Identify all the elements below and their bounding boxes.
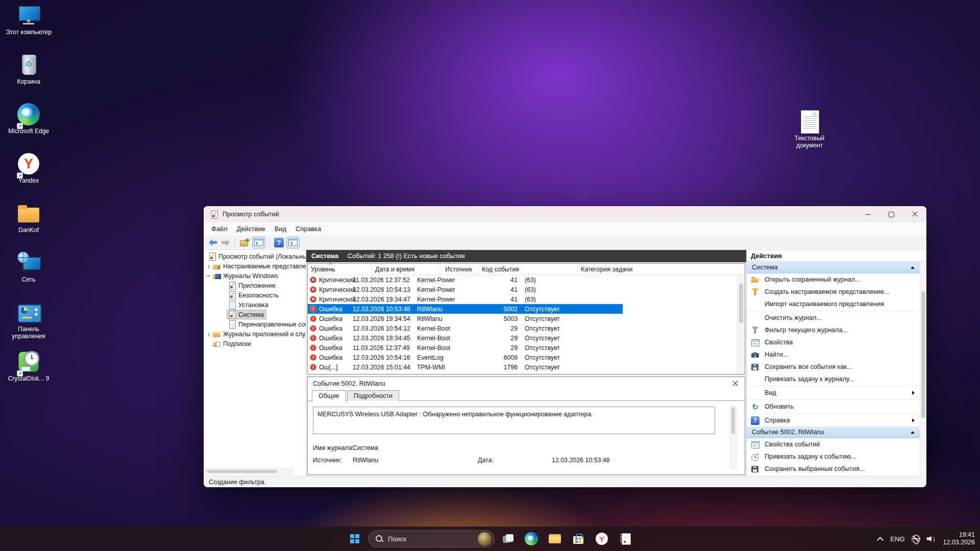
tree-item-custom-views[interactable]: Настраиваемые представления — [204, 261, 306, 271]
action-item[interactable] — [747, 385, 920, 387]
tree-horizontal-scrollbar[interactable] — [205, 468, 293, 474]
event-row[interactable]: Ошибка 12.03.2026 10:53:48 RtlWlanu 5002… — [308, 304, 623, 314]
action-item[interactable] — [747, 399, 920, 400]
this-pc-icon[interactable]: Этот компьютер — [3, 3, 54, 53]
event-viewer-taskbar-icon[interactable] — [615, 529, 635, 549]
action-item[interactable] — [747, 413, 920, 414]
back-icon[interactable] — [208, 237, 218, 247]
action-attach-task-to-log[interactable]: Привязать задачу к журналу... — [747, 373, 920, 385]
event-row[interactable]: Ошибка 12.03.2026 10:54:16 EventLog 6008… — [308, 353, 623, 362]
action-help[interactable]: Справка — [747, 414, 920, 427]
event-row[interactable]: Ошибка 12.03.2026 10:54:12 Kernel-Boot 2… — [308, 323, 623, 333]
tree-expander-icon[interactable] — [206, 331, 211, 337]
event-list-scrollbar[interactable] — [737, 275, 745, 374]
event-row[interactable]: Критический 11.03.2026 12:37:52 Kernel-P… — [308, 275, 623, 285]
tree-root[interactable]: Просмотр событий (Локальный) — [204, 252, 306, 261]
volume-icon[interactable] — [926, 535, 936, 543]
tree-item-app-service-logs[interactable]: Журналы приложений и служб — [204, 329, 306, 339]
tree-item-subscriptions[interactable]: Подписки — [204, 339, 306, 348]
microsoft-edge-icon[interactable]: Microsoft Edge — [3, 102, 54, 152]
menu-item[interactable]: Справка — [291, 225, 326, 233]
action-import-custom-view[interactable]: Импорт настраиваемого представления — [747, 298, 920, 310]
column-header[interactable]: Дата и время — [372, 264, 441, 274]
action-find[interactable]: Найти... — [747, 348, 920, 361]
column-header[interactable]: Код события — [479, 264, 578, 274]
export-icon[interactable] — [239, 237, 250, 247]
preview-close-icon[interactable] — [732, 380, 739, 387]
column-header[interactable]: Категория задачи — [578, 264, 633, 274]
action-pane-toggle-icon[interactable] — [286, 237, 300, 248]
maximize-button[interactable] — [879, 206, 903, 222]
menu-item[interactable]: Вид — [270, 225, 291, 233]
text-document-icon[interactable]: Текстовый документ — [780, 109, 839, 159]
action-filter-current-log[interactable]: Фильтр текущего журнала... — [747, 324, 920, 336]
action-attach-task-to-event[interactable]: Привязать задачу к событию... — [747, 450, 920, 463]
event-count: Событий: 1 258 (!) Есть новые события — [348, 253, 465, 260]
tree-expander-icon[interactable] — [206, 273, 211, 279]
microsoft-store-icon[interactable] — [568, 529, 589, 549]
edge-icon[interactable] — [521, 529, 542, 549]
action-event-properties[interactable]: Свойства событий — [747, 438, 920, 450]
actions-group-header[interactable]: Событие 5002, RtlWlanu — [747, 427, 920, 438]
menu-item[interactable]: Файл — [207, 225, 232, 233]
console-tree-toggle-icon[interactable] — [252, 237, 265, 248]
action-refresh[interactable]: Обновить — [747, 400, 920, 413]
event-row[interactable]: Ошибка 12.03.2026 19:34:45 Kernel-Boot 2… — [308, 333, 623, 343]
start-icon[interactable] — [345, 529, 365, 549]
yandex-icon[interactable]: Yandex — [3, 152, 54, 201]
hidden-icons-chevron[interactable] — [877, 536, 883, 542]
window-titlebar[interactable]: Просмотр событий — [204, 206, 926, 222]
language-indicator[interactable]: ENG — [890, 535, 904, 543]
action-view[interactable]: Вид — [747, 387, 920, 399]
tree-item-system[interactable]: Система — [204, 310, 306, 319]
tree-expander-icon[interactable] — [206, 263, 211, 269]
tree-item-security[interactable]: Безопасность — [204, 290, 306, 300]
tree-item-windows-logs[interactable]: Журналы Windows — [204, 271, 306, 281]
collapse-icon[interactable] — [911, 266, 915, 269]
column-header[interactable]: Уровень — [308, 264, 372, 274]
event-row[interactable]: Ош[...] 12.03.2026 15:01:44 TPM-WMI 1796… — [308, 362, 623, 372]
action-save-selected-events[interactable]: Сохранить выбранные события... — [747, 463, 920, 475]
control-panel-icon[interactable]: Панель управления — [3, 300, 54, 349]
event-row[interactable]: Ошибка 11.03.2026 12:37:49 Kernel-Boot 2… — [308, 343, 623, 353]
forward-icon[interactable] — [220, 237, 231, 247]
event-description[interactable]: MERCUSYS Wireless USB Adapter : Обнаруже… — [313, 407, 715, 434]
network-icon[interactable]: Сеть — [3, 251, 54, 300]
collapse-icon[interactable] — [911, 431, 915, 434]
yandex-browser-icon[interactable] — [592, 529, 612, 549]
tree-item-setup[interactable]: Установка — [204, 300, 306, 310]
action-create-custom-view[interactable]: Создать настраиваемое представление... — [747, 286, 920, 298]
action-item-label: Создать настраиваемое представление... — [765, 288, 889, 295]
tree-item-forwarded-events[interactable]: Перенаправленные события — [204, 319, 306, 329]
recycle-bin-icon[interactable]: Корзина — [3, 53, 54, 102]
dankof-folder-icon[interactable]: DanKof — [3, 201, 54, 251]
preview-scrollbar[interactable] — [730, 406, 737, 469]
column-header[interactable]: Источник — [441, 264, 479, 274]
event-row[interactable]: Критический 12.03.2026 19:34:47 Kernel-P… — [308, 294, 623, 304]
toolbar-separator[interactable] — [235, 238, 235, 247]
event-row[interactable]: Ошибка 12.03.2026 19:34:54 RtlWlanu 5003… — [308, 314, 623, 323]
search-input[interactable]: Поиск — [368, 530, 495, 547]
help-icon[interactable] — [274, 238, 284, 247]
action-item[interactable] — [747, 310, 920, 312]
level-cell: Ош[...] — [319, 364, 338, 371]
actions-group-header[interactable]: Система — [747, 262, 920, 273]
action-save-all-events[interactable]: Сохранить все события как... — [747, 361, 920, 373]
clock[interactable]: 19:41 12.03.2026 — [943, 531, 975, 546]
action-open-saved-log[interactable]: Открыть сохраненный журнал... — [747, 273, 920, 286]
action-properties[interactable]: Свойства — [747, 336, 920, 348]
no-internet-icon[interactable] — [912, 535, 920, 543]
actions-scrollbar[interactable] — [920, 262, 926, 476]
preview-tab[interactable]: Подробности — [347, 390, 399, 401]
toolbar-separator[interactable] — [270, 238, 270, 247]
close-button[interactable] — [903, 206, 926, 222]
tree-item-application[interactable]: Приложение — [204, 281, 306, 290]
event-row[interactable]: Критический 12.03.2026 10:54:13 Kernel-P… — [308, 285, 623, 294]
crystaldiskinfo-icon[interactable]: CrystalDisk... 9 — [3, 349, 54, 399]
menu-item[interactable]: Действие — [232, 225, 270, 233]
minimize-button[interactable] — [856, 206, 879, 222]
preview-tab[interactable]: Общие — [312, 390, 346, 402]
task-view-icon[interactable] — [498, 529, 518, 549]
file-explorer-icon[interactable] — [545, 529, 565, 549]
action-clear-log[interactable]: Очистить журнал... — [747, 312, 920, 324]
